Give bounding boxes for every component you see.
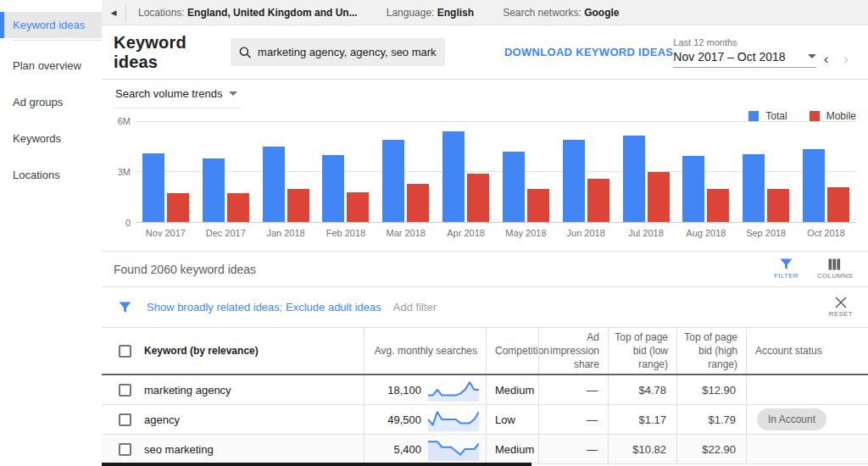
keyword-ideas-table: Keyword (by relevance) Avg. monthly sear…: [102, 327, 868, 464]
account-status-cell: [746, 435, 868, 463]
y-tick-label: 0: [125, 218, 131, 228]
next-period-button[interactable]: ›: [836, 52, 856, 66]
search-icon: [239, 46, 251, 59]
language-setting[interactable]: Language: English: [387, 7, 474, 19]
avg-monthly-searches-cell: 18,100: [364, 375, 486, 404]
table-body: marketing agency18,100Medium—$4.78$12.90…: [102, 375, 868, 464]
y-tick-label: 6M: [118, 116, 131, 126]
bar-total: [322, 155, 344, 222]
table-row: marketing agency18,100Medium—$4.78$12.90: [102, 375, 868, 405]
ad-impression-share-cell: —: [538, 435, 608, 463]
chart-bar-group-mar-2018: [376, 121, 436, 222]
y-tick-label: 3M: [118, 167, 131, 177]
column-header-avg-monthly-searches: Avg. monthly searches: [364, 328, 486, 374]
bar-total: [563, 140, 585, 222]
sidebar-item-keywords[interactable]: Keywords: [0, 125, 102, 152]
legend-item-total: Total: [748, 110, 787, 122]
bar-total: [503, 152, 525, 222]
language-value: English: [437, 7, 474, 19]
networks-label: Search networks:: [503, 7, 581, 19]
x-tick-label: Mar 2018: [376, 228, 436, 238]
search-volume-trends-dropdown[interactable]: Search volume trends: [114, 82, 241, 108]
sidebar-item-locations[interactable]: Locations: [0, 162, 102, 188]
bar-mobile: [467, 174, 489, 222]
bar-mobile: [527, 189, 549, 222]
top-bid-low-cell: $1.17: [608, 405, 676, 434]
avg-monthly-searches-cell: 49,500: [364, 405, 486, 434]
filter-button[interactable]: FILTER: [774, 258, 798, 280]
avg-searches-value: 18,100: [387, 384, 421, 397]
column-header-top-bid-high: Top of page bid (high range): [676, 328, 746, 374]
column-header-account-status: Account status: [746, 328, 868, 374]
chart-bar-group-dec-2017: [196, 121, 256, 222]
row-checkbox[interactable]: [119, 443, 131, 456]
collapse-panel-icon[interactable]: ◀: [102, 8, 125, 17]
account-status-cell: [746, 375, 868, 404]
x-tick-label: May 2018: [496, 228, 556, 238]
sidebar-item-keyword-ideas[interactable]: Keyword ideas: [0, 12, 102, 38]
columns-icon: [828, 258, 841, 270]
chart-bar-group-may-2018: [496, 121, 556, 222]
top-bid-low-cell: $10.82: [608, 435, 676, 463]
applied-filters-link[interactable]: Show broadly related ideas; Exclude adul…: [147, 301, 381, 313]
chart-plot-area: [136, 121, 856, 223]
search-volume-chart: TotalMobile 6M3M0 Nov 2017Dec 2017Jan 20…: [114, 110, 856, 238]
chart-bar-group-feb-2018: [315, 121, 376, 222]
chevron-down-icon: [229, 92, 237, 96]
filter-funnel-icon: [780, 258, 793, 270]
chart-bar-group-jan-2018: [256, 121, 316, 222]
select-all-checkbox[interactable]: [119, 345, 131, 358]
keyword-planner-app: Keyword ideasPlan overviewAd groupsKeywo…: [0, 0, 868, 466]
page-header: Keyword ideas DOWNLOAD KEYWORD IDEAS Las…: [102, 25, 868, 80]
language-label: Language:: [387, 7, 435, 19]
bar-mobile: [587, 179, 609, 222]
bar-total: [142, 153, 164, 222]
sidebar-item-ad-groups[interactable]: Ad groups: [0, 89, 102, 115]
x-tick-label: Sep 2018: [736, 228, 796, 238]
columns-button[interactable]: COLUMNS: [817, 258, 853, 280]
reset-filters-button[interactable]: RESET: [829, 297, 853, 318]
trend-sparkline-icon: [428, 437, 479, 461]
trends-row: Search volume trends: [102, 80, 868, 110]
keyword-cell: marketing agency: [102, 375, 364, 404]
trend-sparkline-icon: [428, 408, 479, 431]
chart-bar-group-apr-2018: [436, 121, 496, 222]
column-header-keyword: Keyword (by relevance): [144, 345, 259, 357]
download-keyword-ideas-button[interactable]: DOWNLOAD KEYWORD IDEAS: [504, 46, 673, 58]
date-range-control: Last 12 months Nov 2017 – Oct 2018 ‹ ›: [673, 37, 856, 68]
table-row: seo marketing5,400Medium—$10.82$22.90: [102, 435, 868, 464]
chart-bar-group-aug-2018: [676, 121, 736, 222]
close-icon: [835, 297, 847, 308]
date-range-dropdown[interactable]: Nov 2017 – Oct 2018: [673, 50, 815, 68]
locations-value: England, United Kingdom and Un...: [187, 7, 358, 19]
networks-setting[interactable]: Search networks: Google: [503, 7, 619, 19]
locations-label: Locations:: [138, 7, 185, 19]
filter-funnel-icon: [119, 302, 131, 313]
gridline: [136, 222, 856, 223]
page-title: Keyword ideas: [114, 33, 212, 72]
add-filter-button[interactable]: Add filter: [393, 301, 437, 313]
trend-sparkline-icon: [428, 378, 479, 402]
keyword-search-box[interactable]: [231, 38, 445, 66]
bar-mobile: [287, 189, 309, 222]
locations-setting[interactable]: Locations: England, United Kingdom and U…: [138, 7, 358, 19]
sidebar-item-plan-overview[interactable]: Plan overview: [0, 53, 102, 79]
bar-total: [442, 131, 465, 222]
reset-button-label: RESET: [829, 310, 853, 318]
main-panel: ◀ Locations: England, United Kingdom and…: [102, 0, 868, 466]
top-bid-high-cell: $22.90: [676, 435, 746, 463]
window-bottom-edge: [102, 463, 531, 466]
column-header-competition: Competition: [486, 328, 538, 374]
row-checkbox[interactable]: [119, 413, 131, 426]
chart-bar-group-nov-2017: [136, 121, 196, 222]
legend-swatch-icon: [810, 111, 820, 121]
bar-mobile: [347, 192, 369, 222]
divider: [125, 4, 126, 21]
bar-total: [382, 140, 404, 222]
keyword-cell: seo marketing: [102, 435, 364, 463]
previous-period-button[interactable]: ‹: [816, 52, 837, 66]
bar-mobile: [648, 172, 670, 222]
keyword-search-input[interactable]: [258, 46, 437, 58]
chart-x-axis: Nov 2017Dec 2017Jan 2018Feb 2018Mar 2018…: [136, 223, 856, 238]
row-checkbox[interactable]: [119, 384, 131, 397]
